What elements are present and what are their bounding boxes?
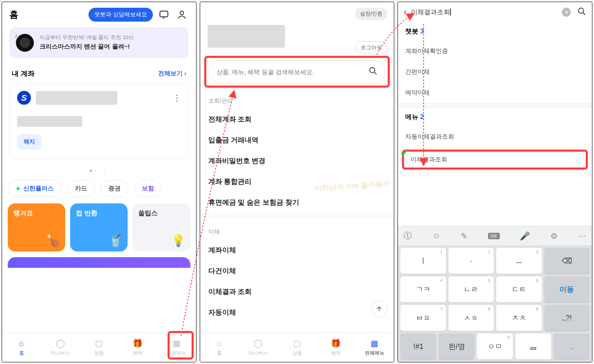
- menu-item[interactable]: 계좌이체: [200, 240, 394, 260]
- nav-home[interactable]: ⌂홈: [200, 333, 239, 362]
- key[interactable]: [515, 333, 551, 360]
- gif-icon[interactable]: GIF: [488, 233, 499, 239]
- key[interactable]: ㅂㅍ7: [400, 305, 446, 331]
- svg-rect-4: [531, 348, 536, 349]
- nav-allmenu[interactable]: ▦전체메뉴: [157, 333, 196, 362]
- nav-home[interactable]: ⌂홈: [2, 333, 41, 362]
- back-icon[interactable]: ‹: [404, 7, 406, 18]
- more-icon[interactable]: ⋮: [173, 93, 181, 103]
- key[interactable]: ⌫: [544, 248, 590, 274]
- search-icon[interactable]: [577, 7, 586, 18]
- menu-item[interactable]: 이체결과 조회: [200, 281, 394, 302]
- menu-item[interactable]: 계좌 통합관리: [200, 171, 394, 192]
- result-item[interactable]: 계좌이체확인증: [398, 41, 592, 62]
- nav-product[interactable]: ▢상품: [278, 333, 316, 362]
- tile-cup[interactable]: 컵 반환🥤: [70, 203, 128, 251]
- emoji-icon[interactable]: ☺: [432, 231, 440, 240]
- profile-icon[interactable]: [175, 8, 189, 22]
- pager-dots[interactable]: ●○ ○: [2, 168, 196, 173]
- nav-moneybus[interactable]: ◯머니버스: [239, 333, 278, 362]
- key[interactable]: ㅅㅎ8: [448, 305, 494, 331]
- tile-partial[interactable]: [8, 257, 190, 268]
- nav-benefit[interactable]: 🎁혜택: [118, 333, 157, 362]
- key[interactable]: ㄷㅌ6: [496, 276, 541, 302]
- nav-product[interactable]: ▢상품: [79, 333, 118, 362]
- home-icon: ⌂: [217, 339, 222, 348]
- separator: [398, 103, 592, 108]
- menu-item[interactable]: 자동이체: [200, 302, 394, 323]
- search-value[interactable]: 이체결과조회: [411, 8, 558, 17]
- menu-item[interactable]: 계좌비밀번호 변경: [200, 150, 394, 171]
- tile-ddang[interactable]: 땡겨요🍗: [8, 203, 65, 251]
- result-target[interactable]: ✔ 이체결과조회: [402, 150, 588, 170]
- more-icon[interactable]: ⋯: [578, 231, 586, 241]
- nav-moneybus[interactable]: ◯머니버스: [41, 333, 79, 362]
- chatbot-bubble[interactable]: 챗봇과 상담해보세요: [88, 8, 153, 22]
- account-title: 내 계좌: [12, 69, 35, 78]
- key[interactable]: ㄴㄹ5: [448, 276, 494, 302]
- account-header: 내 계좌 전체보기 ›: [12, 69, 186, 78]
- key[interactable]: .: [554, 333, 590, 360]
- search-icon[interactable]: [369, 66, 378, 77]
- key[interactable]: ㅈㅊ9: [496, 305, 541, 331]
- chip-card[interactable]: 카드: [67, 180, 95, 197]
- section-inquiry: 조회/관리: [200, 88, 394, 109]
- group-menu: 메뉴 2: [398, 108, 592, 126]
- key[interactable]: .,?!: [544, 305, 590, 331]
- promo-banner[interactable]: ♪ 지금부터 무한반복! 캐럴 플리 추천 10선 크리스마스까지 텐션 끌어 …: [9, 27, 189, 58]
- cancel-button[interactable]: 해지: [17, 134, 42, 150]
- panel-home: 홈 챗봇과 상담해보세요 ♪ 지금부터 무한반복! 캐럴 플리 추천 10선 크…: [2, 2, 197, 362]
- search-box[interactable]: [209, 60, 386, 83]
- chip-insurance[interactable]: 보험: [134, 180, 162, 197]
- grid-icon: ▦: [173, 338, 181, 348]
- nav-benefit[interactable]: 🎁혜택: [316, 333, 355, 362]
- key[interactable]: !#1: [400, 333, 436, 360]
- menu-item[interactable]: 다건이체: [200, 260, 394, 281]
- chip-row: ✦신한플러스 카드 증권 보험: [2, 180, 196, 197]
- view-all-link[interactable]: 전체보기 ›: [158, 70, 186, 77]
- menu-item[interactable]: 전체계좌 조회: [200, 109, 394, 130]
- key[interactable]: ㄱㅋ4: [400, 276, 446, 302]
- redacted-balance: [17, 116, 82, 127]
- mic-icon[interactable]: 🎤: [520, 231, 530, 241]
- keyboard: ㅣ1·2ㅡ3⌫ ㄱㅋ4ㄴㄹ5ㄷㅌ6이동 ㅂㅍ7ㅅㅎ8ㅈㅊ9.,?! !#1한/영…: [398, 245, 592, 362]
- cup-icon: 🥤: [108, 234, 123, 247]
- menu-item[interactable]: 휴면예금 및 숨은 보험금 찾기: [200, 192, 394, 213]
- bulb-icon: 💡: [171, 234, 185, 247]
- chip-shinhanplus[interactable]: ✦신한플러스: [8, 180, 62, 197]
- search-input[interactable]: [216, 68, 365, 75]
- bottom-nav: ⌂홈 ◯머니버스 ▢상품 🎁혜택 ▦전체메뉴: [200, 333, 394, 362]
- svg-rect-0: [160, 11, 168, 17]
- gear-icon[interactable]: ⚙: [550, 231, 558, 241]
- tile-tips[interactable]: 쏠팁스💡: [132, 203, 190, 251]
- result-item[interactable]: 간편이체: [398, 62, 592, 82]
- redacted-name: [36, 91, 117, 105]
- key[interactable]: ㅣ1: [400, 248, 446, 274]
- key[interactable]: ㅡ3: [496, 248, 541, 274]
- bank-logo-icon: S: [17, 91, 31, 105]
- key[interactable]: ·2: [448, 248, 494, 274]
- food-icon: 🍗: [46, 234, 60, 247]
- highlight-search: [204, 56, 390, 88]
- svg-point-2: [370, 68, 375, 73]
- result-item[interactable]: 예약이체: [398, 82, 592, 103]
- text-input-icon[interactable]: ⓣ: [404, 230, 412, 241]
- bag-icon: ▢: [95, 338, 103, 348]
- keyboard-toolbar: ⓣ ☺ ✎ GIF 🎤 ⚙ ⋯: [398, 226, 592, 245]
- key[interactable]: ㅇㅁ0: [477, 333, 513, 360]
- chip-securities[interactable]: 증권: [101, 180, 128, 197]
- key[interactable]: 한/영: [439, 333, 475, 360]
- redacted-user: [208, 25, 285, 48]
- key[interactable]: 이동: [544, 276, 590, 302]
- bag-icon: ▢: [293, 338, 301, 348]
- sticker-icon[interactable]: ✎: [461, 231, 468, 241]
- menu-item[interactable]: 입출금 거래내역: [200, 130, 394, 150]
- home-header: 홈 챗봇과 상담해보세요: [2, 2, 196, 27]
- settings-button[interactable]: 설정/인증: [355, 8, 388, 20]
- account-card[interactable]: S ⋮ 해지: [9, 83, 189, 159]
- chat-icon[interactable]: [157, 8, 171, 22]
- result-item[interactable]: 자동이체결과조회: [398, 126, 592, 147]
- clear-icon[interactable]: ✕: [562, 8, 571, 17]
- logout-button[interactable]: 로그아웃: [356, 41, 387, 54]
- nav-allmenu[interactable]: ▦전체메뉴: [355, 333, 394, 362]
